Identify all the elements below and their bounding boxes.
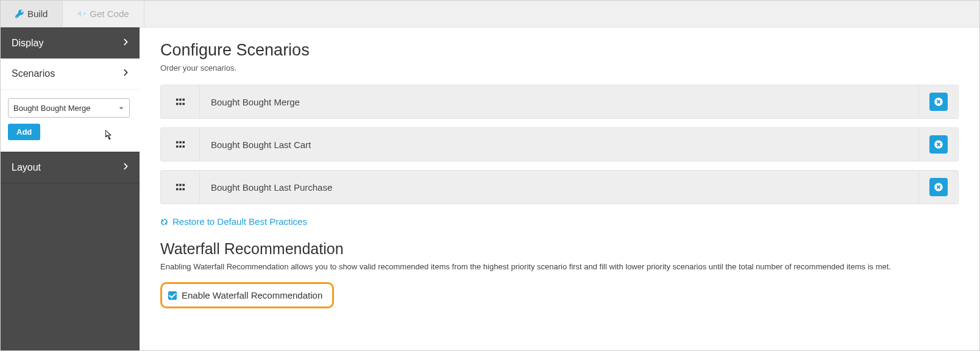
delete-cell (919, 85, 958, 118)
scenario-label: Bought Bought Last Cart (200, 128, 919, 161)
svg-rect-9 (176, 146, 179, 148)
sidebar-item-scenarios[interactable]: Scenarios (1, 58, 140, 90)
enable-waterfall-label: Enable Waterfall Recommendation (182, 290, 322, 300)
svg-rect-0 (176, 99, 179, 101)
delete-cell (919, 171, 958, 204)
scenario-select-value: Bought Bought Merge (13, 104, 90, 113)
waterfall-heading: Waterfall Recommendation (160, 240, 959, 258)
sidebar-display-label: Display (12, 38, 43, 49)
tab-build-label: Build (27, 9, 48, 19)
scenario-select[interactable]: Bought Bought Merge (8, 98, 130, 118)
sidebar-scenarios-label: Scenarios (12, 68, 55, 79)
enable-waterfall-wrap[interactable]: Enable Waterfall Recommendation (160, 282, 334, 308)
main-content: Configure Scenarios Order your scenarios… (140, 27, 979, 350)
svg-rect-1 (179, 99, 182, 101)
close-circle-icon (934, 98, 943, 106)
svg-rect-4 (179, 103, 182, 105)
top-tab-bar: Build Get Code (1, 1, 979, 27)
drag-handle[interactable] (161, 85, 200, 118)
svg-rect-3 (176, 103, 179, 105)
svg-rect-13 (179, 184, 182, 186)
caret-down-icon (118, 104, 124, 113)
grip-icon (176, 98, 185, 106)
waterfall-description: Enabling Waterfall Recommendation allows… (160, 261, 959, 272)
tab-build[interactable]: Build (1, 1, 63, 27)
code-icon (77, 10, 86, 18)
svg-rect-17 (182, 188, 185, 191)
grip-icon (176, 140, 185, 149)
delete-button[interactable] (929, 135, 948, 154)
chevron-right-icon (122, 38, 129, 49)
svg-rect-12 (176, 184, 179, 186)
page-title: Configure Scenarios (160, 41, 959, 60)
svg-rect-5 (182, 103, 185, 105)
svg-rect-14 (182, 184, 185, 186)
svg-rect-7 (179, 141, 182, 144)
grip-icon (176, 183, 185, 191)
sidebar: Display Scenarios Bought Bought Merge Ad… (1, 27, 140, 350)
chevron-right-icon (122, 68, 129, 79)
sidebar-item-display[interactable]: Display (1, 27, 140, 58)
svg-rect-6 (176, 141, 179, 144)
scenario-row: Bought Bought Last Cart (160, 127, 959, 161)
svg-rect-2 (182, 99, 185, 101)
add-button[interactable]: Add (8, 124, 40, 140)
page-subtitle: Order your scenarios. (160, 63, 959, 73)
sidebar-layout-label: Layout (12, 162, 41, 173)
restore-defaults-label: Restore to Default Best Practices (172, 216, 307, 227)
scenario-row: Bought Bought Last Purchase (160, 170, 959, 204)
sidebar-item-layout[interactable]: Layout (1, 152, 140, 183)
enable-waterfall-checkbox[interactable] (168, 291, 177, 300)
drag-handle[interactable] (161, 128, 200, 161)
sidebar-scenarios-panel: Bought Bought Merge Add (1, 90, 140, 152)
drag-handle[interactable] (161, 171, 200, 204)
delete-cell (919, 128, 958, 161)
tab-get-code-label: Get Code (90, 9, 129, 19)
wrench-icon (15, 10, 24, 18)
svg-rect-11 (182, 146, 185, 148)
svg-rect-16 (179, 188, 182, 191)
restore-defaults-link[interactable]: Restore to Default Best Practices (160, 216, 307, 227)
tab-get-code[interactable]: Get Code (63, 1, 144, 27)
delete-button[interactable] (929, 93, 948, 111)
svg-rect-8 (182, 141, 185, 144)
refresh-icon (160, 218, 169, 226)
scenario-label: Bought Bought Last Purchase (200, 171, 919, 204)
delete-button[interactable] (929, 178, 948, 196)
svg-rect-10 (179, 146, 182, 148)
close-circle-icon (934, 183, 943, 191)
close-circle-icon (934, 140, 943, 149)
chevron-right-icon (122, 162, 129, 173)
scenario-row: Bought Bought Merge (160, 85, 959, 119)
scenario-label: Bought Bought Merge (200, 85, 919, 118)
svg-rect-15 (176, 188, 179, 191)
